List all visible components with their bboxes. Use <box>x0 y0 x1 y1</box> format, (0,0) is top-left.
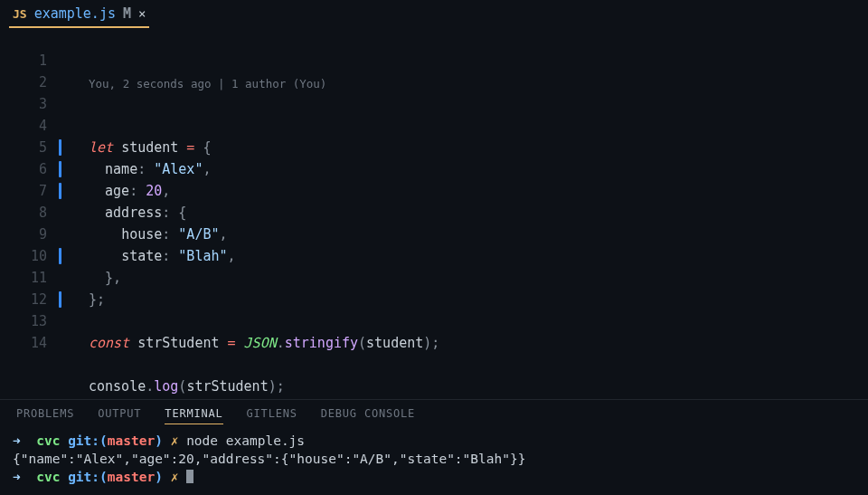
code-line[interactable] <box>67 354 868 376</box>
panel-tab-debug-console[interactable]: DEBUG CONSOLE <box>321 407 415 424</box>
terminal-output: {"name":"Alex","age":20,"address":{"hous… <box>13 450 855 468</box>
panel-tab-problems[interactable]: PROBLEMS <box>16 407 74 424</box>
code-line[interactable] <box>67 310 868 332</box>
codelens-annotation[interactable]: You, 2 seconds ago | 1 author (You) <box>67 75 868 93</box>
prompt-dir: cvc <box>36 470 60 484</box>
line-number: 1 <box>0 50 67 71</box>
panel-tabbar: PROBLEMSOUTPUTTERMINALGITLENSDEBUG CONSO… <box>0 400 868 430</box>
prompt-git-label: git:( <box>68 470 108 484</box>
tab-filename: example.js <box>34 5 116 22</box>
code-line[interactable]: }, <box>67 267 868 289</box>
line-number: 12 <box>0 289 67 310</box>
code-area[interactable]: You, 2 seconds ago | 1 author (You) let … <box>67 32 868 399</box>
line-number: 10 <box>0 245 67 267</box>
line-number: 13 <box>0 310 67 332</box>
tab-example-js[interactable]: JS example.js M × <box>0 0 158 28</box>
language-badge: JS <box>13 7 27 21</box>
code-line[interactable]: house: "A/B", <box>67 224 868 245</box>
git-change-marker <box>59 291 61 308</box>
terminal-command: node example.js <box>186 433 305 448</box>
terminal[interactable]: ➜ cvc git:(master) ✗ node example.js{"na… <box>0 430 868 495</box>
close-icon[interactable]: × <box>138 7 146 20</box>
line-number: 3 <box>0 93 67 115</box>
git-change-marker <box>59 248 61 264</box>
line-number: 7 <box>0 180 67 202</box>
modified-indicator: M <box>123 5 131 22</box>
line-number-gutter: 1234567891011121314 <box>0 32 67 399</box>
prompt-git-label: git:( <box>68 433 108 448</box>
panel-tab-terminal[interactable]: TERMINAL <box>165 407 222 424</box>
line-number: 11 <box>0 267 67 289</box>
prompt-dir: cvc <box>36 433 60 448</box>
code-line[interactable]: console.log(strStudent); <box>67 376 868 397</box>
bottom-panel: PROBLEMSOUTPUTTERMINALGITLENSDEBUG CONSO… <box>0 399 868 495</box>
line-number: 6 <box>0 158 67 180</box>
git-change-marker <box>59 161 61 177</box>
line-number: 2 <box>0 71 67 93</box>
prompt-branch: master <box>108 470 155 484</box>
line-number: 9 <box>0 224 67 245</box>
terminal-cursor <box>186 470 193 483</box>
git-change-marker <box>59 139 61 156</box>
prompt-dirty-icon: ✗ <box>171 433 179 448</box>
line-number: 4 <box>0 115 67 137</box>
line-number: 5 <box>0 137 67 158</box>
line-number: 8 <box>0 202 67 224</box>
code-line[interactable]: const strStudent = JSON.stringify(studen… <box>67 332 868 354</box>
git-change-marker <box>59 183 61 199</box>
prompt-dirty-icon: ✗ <box>171 470 179 484</box>
code-line[interactable]: name: "Alex", <box>67 158 868 180</box>
prompt-git-close: ) <box>155 433 163 448</box>
code-line[interactable]: age: 20, <box>67 180 868 202</box>
line-number: 14 <box>0 332 67 354</box>
editor-tabbar: JS example.js M × <box>0 0 868 28</box>
prompt-arrow-icon: ➜ <box>13 470 21 484</box>
prompt-git-close: ) <box>155 470 163 484</box>
terminal-line: ➜ cvc git:(master) ✗ <box>13 468 855 486</box>
prompt-branch: master <box>108 433 155 448</box>
code-editor[interactable]: 1234567891011121314 You, 2 seconds ago |… <box>0 28 868 399</box>
code-line[interactable]: address: { <box>67 202 868 224</box>
prompt-arrow-icon: ➜ <box>13 433 21 448</box>
panel-tab-gitlens[interactable]: GITLENS <box>247 407 297 424</box>
code-line[interactable]: }; <box>67 289 868 310</box>
code-line[interactable]: let student = { <box>67 137 868 158</box>
terminal-line: ➜ cvc git:(master) ✗ node example.js <box>13 432 855 450</box>
code-line[interactable]: state: "Blah", <box>67 245 868 267</box>
panel-tab-output[interactable]: OUTPUT <box>98 407 141 424</box>
